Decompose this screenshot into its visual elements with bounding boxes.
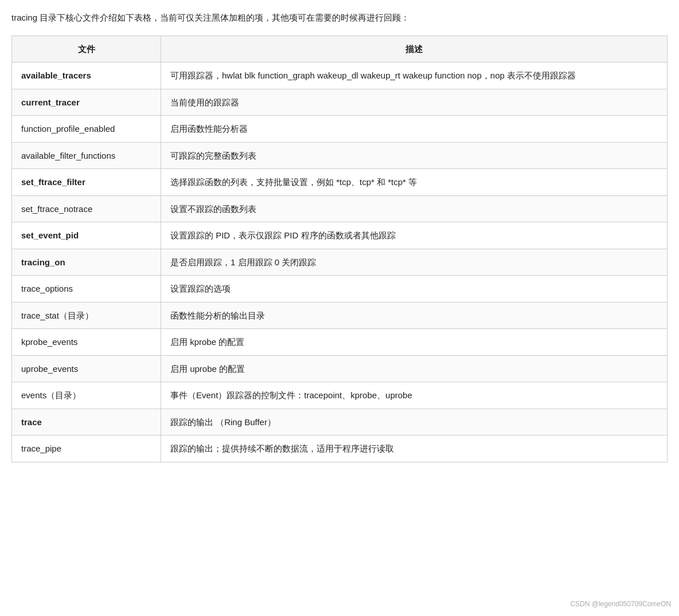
cell-desc: 设置跟踪的选项 xyxy=(161,276,668,303)
table-row: trace跟踪的输出 （Ring Buffer） xyxy=(12,409,668,435)
cell-desc: 启用 uprobe 的配置 xyxy=(161,355,668,382)
table-row: set_event_pid设置跟踪的 PID，表示仅跟踪 PID 程序的函数或者… xyxy=(12,222,668,249)
cell-desc: 函数性能分析的输出目录 xyxy=(161,302,668,329)
table-row: available_filter_functions可跟踪的完整函数列表 xyxy=(12,142,668,169)
table-row: current_tracer当前使用的跟踪器 xyxy=(12,89,668,116)
cell-desc: 事件（Event）跟踪器的控制文件：tracepoint、kprobe、upro… xyxy=(161,382,668,409)
cell-desc: 跟踪的输出 （Ring Buffer） xyxy=(161,409,668,435)
cell-file: trace_pipe xyxy=(12,435,161,462)
cell-file: events（目录） xyxy=(12,382,161,409)
table-row: trace_pipe跟踪的输出；提供持续不断的数据流，适用于程序进行读取 xyxy=(12,435,668,462)
header-file: 文件 xyxy=(12,36,161,62)
cell-file: tracing_on xyxy=(12,249,161,276)
main-table: 文件 描述 available_tracers可用跟踪器，hwlat blk f… xyxy=(11,36,668,462)
intro-text: tracing 目录下核心文件介绍如下表格，当前可仅关注黑体加粗的项，其他项可在… xyxy=(11,10,668,25)
cell-file: function_profile_enabled xyxy=(12,116,161,143)
cell-desc: 可用跟踪器，hwlat blk function_graph wakeup_dl… xyxy=(161,62,668,89)
table-row: uprobe_events启用 uprobe 的配置 xyxy=(12,355,668,382)
cell-desc: 可跟踪的完整函数列表 xyxy=(161,142,668,169)
table-row: function_profile_enabled启用函数性能分析器 xyxy=(12,116,668,143)
table-header-row: 文件 描述 xyxy=(12,36,668,62)
cell-file: trace_stat（目录） xyxy=(12,302,161,329)
cell-file: set_ftrace_notrace xyxy=(12,195,161,222)
cell-desc: 是否启用跟踪，1 启用跟踪 0 关闭跟踪 xyxy=(161,249,668,276)
cell-file: set_event_pid xyxy=(12,222,161,249)
cell-desc: 当前使用的跟踪器 xyxy=(161,89,668,116)
table-row: set_ftrace_notrace设置不跟踪的函数列表 xyxy=(12,195,668,222)
cell-file: current_tracer xyxy=(12,89,161,116)
cell-desc: 选择跟踪函数的列表，支持批量设置，例如 *tcp、tcp* 和 *tcp* 等 xyxy=(161,169,668,196)
cell-desc: 启用函数性能分析器 xyxy=(161,116,668,143)
table-row: events（目录）事件（Event）跟踪器的控制文件：tracepoint、k… xyxy=(12,382,668,409)
table-row: kprobe_events启用 kprobe 的配置 xyxy=(12,329,668,356)
cell-file: trace xyxy=(12,409,161,435)
cell-file: available_tracers xyxy=(12,62,161,89)
table-row: trace_options设置跟踪的选项 xyxy=(12,276,668,303)
table-row: trace_stat（目录）函数性能分析的输出目录 xyxy=(12,302,668,329)
table-row: tracing_on是否启用跟踪，1 启用跟踪 0 关闭跟踪 xyxy=(12,249,668,276)
cell-desc: 设置不跟踪的函数列表 xyxy=(161,195,668,222)
cell-desc: 设置跟踪的 PID，表示仅跟踪 PID 程序的函数或者其他跟踪 xyxy=(161,222,668,249)
cell-file: kprobe_events xyxy=(12,329,161,356)
cell-file: available_filter_functions xyxy=(12,142,161,169)
table-row: available_tracers可用跟踪器，hwlat blk functio… xyxy=(12,62,668,89)
cell-desc: 跟踪的输出；提供持续不断的数据流，适用于程序进行读取 xyxy=(161,435,668,462)
cell-file: trace_options xyxy=(12,276,161,303)
table-row: set_ftrace_filter选择跟踪函数的列表，支持批量设置，例如 *tc… xyxy=(12,169,668,196)
cell-file: uprobe_events xyxy=(12,355,161,382)
cell-desc: 启用 kprobe 的配置 xyxy=(161,329,668,356)
header-desc: 描述 xyxy=(161,36,668,62)
cell-file: set_ftrace_filter xyxy=(12,169,161,196)
